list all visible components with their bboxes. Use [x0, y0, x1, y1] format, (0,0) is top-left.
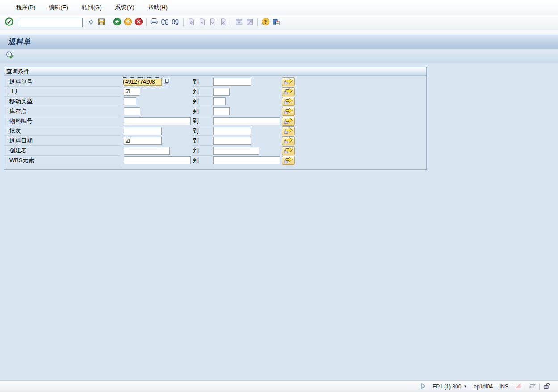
movement-type-to-input[interactable] — [213, 97, 226, 105]
copy-icon — [164, 78, 169, 86]
cancel-button[interactable] — [133, 17, 144, 28]
multiple-selection-button[interactable] — [282, 97, 295, 106]
to-label: 到 — [192, 156, 213, 165]
multiple-selection-button[interactable] — [282, 117, 295, 126]
back-icon — [113, 17, 122, 27]
to-label: 到 — [192, 106, 213, 116]
selection-screen: 查询条件 退料单号 到 工厂 到 — [0, 63, 558, 380]
back-button[interactable] — [112, 17, 122, 28]
multiple-selection-arrow-icon — [282, 126, 294, 136]
find-next-button[interactable] — [170, 17, 181, 28]
execute-button[interactable] — [4, 51, 15, 61]
wbs-element-from-input[interactable] — [124, 156, 191, 164]
help-button[interactable]: ? — [260, 17, 271, 28]
wbs-element-to-input[interactable] — [213, 156, 280, 164]
multiple-selection-button[interactable] — [282, 156, 295, 165]
multiple-selection-button[interactable] — [282, 126, 295, 135]
insert-mode-text: INS — [499, 384, 508, 390]
system-toolbar: ▼ — [0, 15, 558, 30]
system-session-field[interactable]: EP1 (1) 800 ▼ — [429, 381, 470, 392]
menu-item-program[interactable]: 程序(P) — [11, 2, 41, 13]
print-button[interactable] — [149, 17, 159, 28]
help-icon: ? — [261, 17, 270, 27]
to-label: 到 — [192, 87, 213, 97]
exit-icon — [124, 17, 132, 27]
server-field: ep1di04 — [470, 381, 496, 392]
multiple-selection-button[interactable] — [282, 87, 295, 96]
multiple-selection-arrow-icon — [282, 77, 294, 87]
page-down-button[interactable] — [207, 17, 218, 28]
multiple-selection-button[interactable] — [282, 77, 295, 86]
storage-location-to-input[interactable] — [213, 107, 230, 115]
security-status[interactable] — [540, 381, 554, 392]
material-from-input[interactable] — [124, 117, 191, 125]
groupbox-body: 退料单号 到 工厂 到 移动类型 — [4, 76, 426, 165]
created-by-to-input[interactable] — [213, 147, 259, 155]
last-page-icon — [219, 18, 227, 27]
create-shortcut-button[interactable] — [244, 17, 255, 28]
return-slip-from-input[interactable] — [124, 78, 162, 86]
selection-row-created-by: 创建者 到 — [4, 146, 426, 156]
return-date-from-input[interactable] — [124, 137, 162, 145]
menu-item-system[interactable]: 系统(Y) — [110, 2, 140, 13]
data-transfer-indicator[interactable] — [525, 381, 539, 392]
plant-to-input[interactable] — [213, 88, 230, 96]
transfer-arrows-icon — [529, 383, 536, 390]
find-button[interactable] — [159, 17, 170, 28]
menu-text: ) — [66, 4, 68, 11]
to-label: 到 — [192, 136, 213, 146]
exit-button[interactable] — [122, 17, 133, 28]
create-shortcut-icon — [246, 18, 254, 27]
batch-from-input[interactable] — [124, 127, 162, 135]
toolbar-separator — [109, 18, 109, 26]
new-session-button[interactable] — [234, 17, 244, 28]
page-title: 退料单 — [8, 38, 31, 47]
multiple-selection-arrow-icon — [282, 87, 294, 97]
multiple-selection-arrow-icon — [282, 107, 294, 116]
multiple-selection-arrow-icon — [282, 97, 294, 106]
multiple-selection-arrow-icon — [282, 156, 294, 165]
menu-item-goto[interactable]: 转到(G) — [76, 2, 107, 13]
page-up-icon — [198, 18, 206, 27]
groupbox-title: 查询条件 — [6, 67, 29, 76]
print-icon — [150, 18, 158, 27]
to-label: 到 — [192, 116, 213, 126]
collapse-command-button[interactable] — [85, 17, 96, 28]
batch-to-input[interactable] — [213, 127, 251, 135]
new-session-icon — [235, 18, 243, 27]
find-icon — [161, 18, 169, 27]
menu-text: 转到( — [82, 4, 95, 11]
last-page-button[interactable] — [218, 17, 229, 28]
customize-layout-button[interactable] — [271, 17, 281, 28]
multi-value-button[interactable] — [163, 78, 170, 86]
selection-row-material: 物料编号 到 — [4, 116, 426, 126]
menu-mnemonic: P — [29, 4, 34, 11]
first-page-button[interactable] — [186, 17, 197, 28]
return-date-to-input[interactable] — [213, 137, 251, 145]
menu-text: 程序( — [16, 4, 29, 11]
insert-mode-field[interactable]: INS — [496, 381, 512, 392]
field-label: 移动类型 — [4, 97, 120, 106]
multiple-selection-button[interactable] — [282, 107, 295, 116]
multiple-selection-button[interactable] — [282, 136, 295, 145]
performance-indicator[interactable] — [512, 381, 525, 392]
to-label: 到 — [192, 126, 213, 136]
multiple-selection-button[interactable] — [282, 146, 295, 155]
unlock-icon — [543, 382, 550, 391]
enter-button[interactable] — [4, 17, 14, 28]
page-up-button[interactable] — [197, 17, 207, 28]
return-slip-to-input[interactable] — [213, 78, 251, 86]
created-by-from-input[interactable] — [124, 147, 170, 155]
toolbar-separator — [146, 18, 147, 26]
storage-location-from-input[interactable] — [124, 107, 140, 115]
message-history-button[interactable] — [417, 381, 429, 392]
find-next-icon — [172, 18, 180, 27]
plant-from-input[interactable] — [124, 88, 140, 96]
system-session-text: EP1 (1) 800 — [432, 384, 461, 390]
command-input[interactable] — [18, 19, 90, 26]
menu-item-edit[interactable]: 编辑(E) — [43, 2, 73, 13]
material-to-input[interactable] — [213, 117, 280, 125]
menu-item-help[interactable]: 帮助(H) — [143, 2, 173, 13]
save-button[interactable] — [96, 17, 107, 28]
movement-type-from-input[interactable] — [124, 97, 136, 105]
